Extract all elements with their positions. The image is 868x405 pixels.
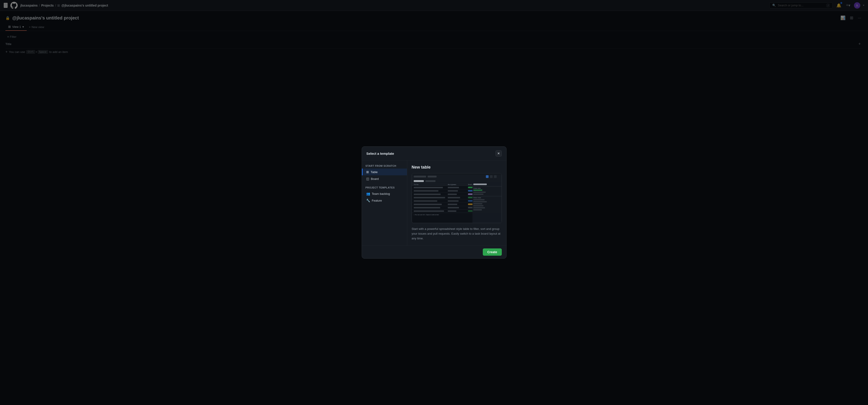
svg-rect-31 <box>413 197 445 198</box>
board-icon: ◫ <box>366 177 369 181</box>
svg-rect-61 <box>473 194 484 195</box>
svg-rect-2 <box>413 176 426 178</box>
svg-rect-6 <box>494 175 497 178</box>
modal-overlay[interactable]: Select a template ✕ Start from scratch ⊞… <box>0 0 868 405</box>
modal-body: Start from scratch ⊞ Table ◫ Board Proje… <box>362 160 506 245</box>
svg-rect-37 <box>448 200 459 202</box>
modal-footer: Create <box>362 246 506 258</box>
scratch-section-label: Start from scratch <box>362 163 407 168</box>
sidebar-item-board[interactable]: ◫ Board <box>362 175 407 182</box>
svg-rect-22 <box>448 190 458 192</box>
select-template-modal: Select a template ✕ Start from scratch ⊞… <box>362 146 506 258</box>
svg-text:Visible fields: Visible fields <box>473 188 481 189</box>
svg-rect-21 <box>413 190 438 192</box>
svg-rect-26 <box>413 194 440 195</box>
svg-text:+ You can use  Ctrl + Space  t: + You can use Ctrl + Space to add an ite… <box>413 214 439 215</box>
svg-rect-16 <box>413 187 443 188</box>
svg-rect-32 <box>448 197 460 198</box>
preview-svg: Title Assignees Status <box>412 174 502 223</box>
sidebar-item-table-label: Table <box>371 170 378 174</box>
svg-rect-62 <box>472 196 502 196</box>
template-preview: Title Assignees Status <box>412 173 502 223</box>
svg-rect-64 <box>473 199 485 200</box>
svg-rect-8 <box>413 180 424 182</box>
svg-rect-51 <box>413 211 444 212</box>
svg-rect-9 <box>425 180 435 182</box>
svg-rect-67 <box>473 205 484 206</box>
templates-section-label: Project templates <box>362 185 407 190</box>
feature-icon: 🔧 <box>366 199 370 202</box>
svg-rect-56 <box>473 184 487 185</box>
svg-rect-59 <box>473 190 482 191</box>
svg-rect-46 <box>413 207 440 208</box>
sidebar-item-feature-label: Feature <box>372 199 382 202</box>
table-icon: ⊞ <box>366 170 369 174</box>
modal-content: New table <box>407 160 506 245</box>
svg-rect-36 <box>413 200 437 202</box>
svg-rect-66 <box>473 204 482 205</box>
svg-rect-60 <box>473 192 486 193</box>
sidebar-item-board-label: Board <box>371 177 379 181</box>
modal-title: Select a template <box>366 152 394 155</box>
svg-rect-5 <box>490 175 493 178</box>
sidebar-item-team-backlog[interactable]: 👥 Team backlog <box>362 190 407 197</box>
svg-rect-17 <box>448 187 459 188</box>
modal-close-button[interactable]: ✕ <box>495 150 502 157</box>
svg-rect-69 <box>473 209 482 211</box>
content-description: Start with a powerful spreadsheet style … <box>412 227 502 241</box>
svg-rect-27 <box>448 194 457 195</box>
sidebar-item-team-backlog-label: Team backlog <box>372 192 390 195</box>
svg-rect-41 <box>413 204 442 205</box>
svg-text:Hidden fields: Hidden fields <box>473 197 481 199</box>
modal-sidebar: Start from scratch ⊞ Table ◫ Board Proje… <box>362 160 407 245</box>
create-button[interactable]: Create <box>483 248 502 256</box>
svg-text:Title: Title <box>413 184 418 186</box>
sidebar-item-feature[interactable]: 🔧 Feature <box>362 197 407 204</box>
modal-header: Select a template ✕ <box>362 147 506 160</box>
svg-rect-47 <box>448 207 459 208</box>
svg-rect-52 <box>448 211 456 212</box>
svg-rect-42 <box>448 204 457 205</box>
svg-rect-65 <box>473 201 487 202</box>
sidebar-item-table[interactable]: ⊞ Table <box>362 168 407 175</box>
team-backlog-icon: 👥 <box>366 192 370 195</box>
svg-rect-4 <box>486 175 489 178</box>
svg-rect-68 <box>473 207 485 208</box>
svg-text:Assignees: Assignees <box>448 184 456 186</box>
svg-rect-3 <box>428 176 437 178</box>
content-title: New table <box>412 165 502 170</box>
